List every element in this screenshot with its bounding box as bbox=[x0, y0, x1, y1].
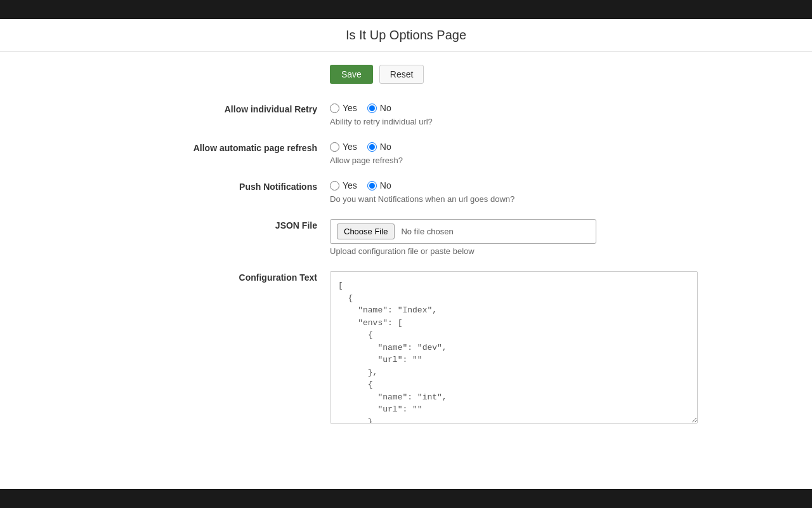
toolbar: Save Reset bbox=[114, 65, 698, 84]
push-notifications-yes-option[interactable]: Yes bbox=[330, 180, 357, 190]
push-notifications-row: Push Notifications Yes No Do you want No… bbox=[114, 180, 698, 204]
config-text-row: Configuration Text bbox=[114, 271, 698, 425]
individual-retry-label: Allow individual Retry bbox=[114, 103, 330, 114]
page-title: Is It Up Options Page bbox=[0, 28, 812, 43]
individual-retry-no-option[interactable]: No bbox=[367, 103, 391, 113]
auto-refresh-no-option[interactable]: No bbox=[367, 142, 391, 152]
save-button[interactable]: Save bbox=[330, 65, 373, 84]
auto-refresh-label: Allow automatic page refresh bbox=[114, 142, 330, 153]
auto-refresh-no-radio[interactable] bbox=[367, 142, 377, 152]
auto-refresh-yes-radio[interactable] bbox=[330, 142, 339, 152]
config-textarea[interactable] bbox=[330, 271, 698, 424]
choose-file-button[interactable]: Choose File bbox=[337, 224, 395, 239]
push-notifications-no-option[interactable]: No bbox=[367, 180, 391, 190]
individual-retry-no-label: No bbox=[380, 103, 391, 113]
individual-retry-yes-radio[interactable] bbox=[330, 104, 339, 113]
page-content: Save Reset Allow individual Retry Yes No… bbox=[89, 52, 723, 453]
json-file-help: Upload configuration file or paste below bbox=[330, 246, 698, 256]
auto-refresh-row: Allow automatic page refresh Yes No Allo… bbox=[114, 142, 698, 165]
json-file-row: JSON File Choose File No file chosen Upl… bbox=[114, 219, 698, 256]
individual-retry-yes-option[interactable]: Yes bbox=[330, 103, 357, 113]
push-notifications-no-label: No bbox=[380, 180, 391, 190]
config-text-control bbox=[330, 271, 698, 425]
push-notifications-yes-label: Yes bbox=[343, 180, 357, 190]
file-name-display: No file chosen bbox=[401, 227, 453, 236]
push-notifications-no-radio[interactable] bbox=[367, 181, 377, 190]
json-file-control: Choose File No file chosen Upload config… bbox=[330, 219, 698, 256]
individual-retry-radio-group: Yes No bbox=[330, 103, 698, 113]
push-notifications-label: Push Notifications bbox=[114, 180, 330, 192]
page-header: Is It Up Options Page bbox=[0, 19, 812, 52]
auto-refresh-yes-option[interactable]: Yes bbox=[330, 142, 357, 152]
auto-refresh-radio-group: Yes No bbox=[330, 142, 698, 152]
individual-retry-help: Ability to retry individual url? bbox=[330, 117, 698, 126]
top-bar bbox=[0, 0, 812, 19]
auto-refresh-yes-label: Yes bbox=[343, 142, 357, 152]
file-input-wrapper: Choose File No file chosen bbox=[330, 219, 596, 244]
individual-retry-row: Allow individual Retry Yes No Ability to… bbox=[114, 103, 698, 126]
auto-refresh-control: Yes No Allow page refresh? bbox=[330, 142, 698, 165]
individual-retry-no-radio[interactable] bbox=[367, 104, 377, 113]
individual-retry-yes-label: Yes bbox=[343, 103, 357, 113]
reset-button[interactable]: Reset bbox=[379, 65, 424, 84]
individual-retry-control: Yes No Ability to retry individual url? bbox=[330, 103, 698, 126]
config-text-label: Configuration Text bbox=[114, 271, 330, 283]
json-file-label: JSON File bbox=[114, 219, 330, 231]
push-notifications-help: Do you want Notifications when an url go… bbox=[330, 194, 698, 204]
push-notifications-control: Yes No Do you want Notifications when an… bbox=[330, 180, 698, 204]
auto-refresh-help: Allow page refresh? bbox=[330, 156, 698, 165]
auto-refresh-no-label: No bbox=[380, 142, 391, 152]
push-notifications-yes-radio[interactable] bbox=[330, 181, 339, 190]
push-notifications-radio-group: Yes No bbox=[330, 180, 698, 190]
